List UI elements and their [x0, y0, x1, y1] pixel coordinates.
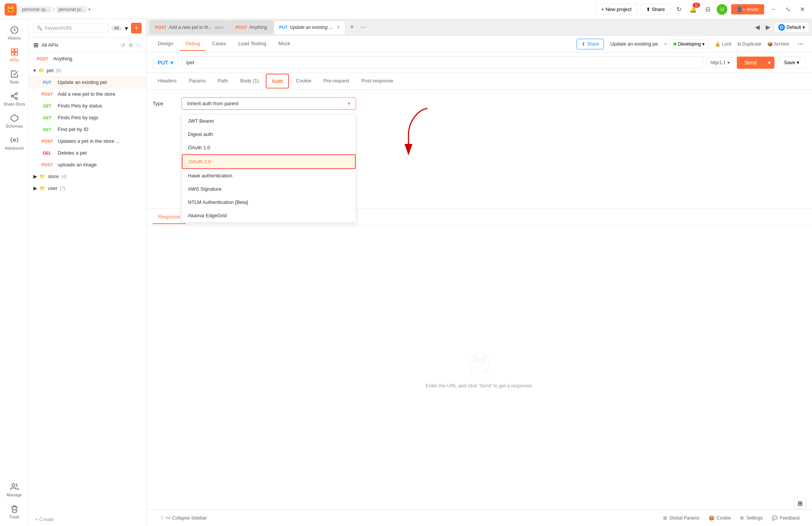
tab-add-button[interactable]: +: [347, 22, 357, 33]
refresh-small-icon[interactable]: ↺: [121, 42, 125, 48]
create-button[interactable]: + Create: [29, 513, 146, 526]
subtab-mock[interactable]: Mock: [273, 37, 295, 51]
api-item-upload-image[interactable]: POST uploads an image: [29, 159, 146, 171]
api-item-delete-pet[interactable]: DEL Deletes a pet: [29, 147, 146, 159]
settings-req-icon[interactable]: ⋯: [795, 39, 806, 49]
global-params-button[interactable]: ⊞ Global Params: [659, 515, 704, 521]
method-select[interactable]: PUT ▾: [153, 57, 178, 68]
req-tab-body[interactable]: Body (1): [235, 74, 264, 88]
api-item-finds-status[interactable]: GET Finds Pets by status: [29, 100, 146, 112]
share-button[interactable]: ⬆ Share: [640, 4, 671, 15]
refresh-icon[interactable]: ↻: [673, 4, 684, 15]
duplicate-button[interactable]: ⧉ Duplicate: [738, 41, 761, 47]
minimize-button[interactable]: −: [768, 4, 779, 15]
api-panel-subheader: ⊞ All APIs ↺ ⚙ ⋯: [29, 38, 146, 53]
default-env-button[interactable]: D Default ▾: [774, 22, 809, 33]
avatar[interactable]: U: [717, 4, 727, 15]
more-icon[interactable]: ⋯: [136, 42, 142, 48]
url-input[interactable]: [181, 56, 703, 69]
breadcrumb-workspace[interactable]: personal sp...: [20, 6, 52, 13]
subtab-cases[interactable]: Cases: [207, 37, 232, 51]
subtab-load-testing[interactable]: Load Testing: [233, 37, 272, 51]
req-tab-headers[interactable]: Headers: [153, 74, 182, 88]
search-placeholder: Keyword/URL: [45, 25, 73, 31]
cookie-button[interactable]: 🍪 Cookie: [704, 515, 735, 521]
api-item-add-pet[interactable]: POST Add a new pet to the store: [29, 88, 146, 100]
breadcrumb-project[interactable]: personal pr...: [56, 6, 87, 13]
invite-button[interactable]: 👤+ Invite: [731, 4, 764, 14]
svg-rect-2: [14, 49, 17, 52]
req-tab-params[interactable]: Params: [183, 74, 211, 88]
req-tab-post-response[interactable]: Post-response: [356, 74, 399, 88]
archive-button[interactable]: 📦 Archive: [767, 41, 789, 47]
req-tab-cookie[interactable]: Cookie: [290, 74, 316, 88]
folder-pet[interactable]: ▾ 📁 pet (8): [29, 65, 146, 76]
breadcrumb-chevron[interactable]: ▾: [88, 7, 90, 11]
sidebar-item-history[interactable]: History: [0, 22, 28, 44]
tab-update-pet[interactable]: PUT Update an existing ... ✕: [274, 21, 346, 34]
tab-close-icon[interactable]: ✕: [336, 25, 340, 30]
dropdown-aws[interactable]: AWS Signature: [182, 182, 356, 196]
tab-add-pet[interactable]: POST Add a new pet to th... store: [150, 21, 229, 34]
folder-user[interactable]: ▶ 📁 user (7): [29, 182, 146, 194]
edit-title-btn[interactable]: ✏: [664, 41, 668, 47]
api-item-update-pet[interactable]: PUT Update an existing pet: [29, 76, 146, 88]
req-tab-pre-request[interactable]: Pre-request: [318, 74, 355, 88]
owl-icon: [464, 346, 495, 377]
notifications-icon[interactable]: 🔔 32: [688, 4, 698, 15]
subtab-design[interactable]: Design: [153, 37, 178, 51]
dropdown-oauth2[interactable]: OAuth 2.0: [182, 154, 356, 169]
dropdown-akamai[interactable]: Akamai EdgeGrid: [182, 209, 356, 222]
sidebar-item-trash[interactable]: Trash: [0, 501, 28, 523]
settings-icon[interactable]: ⊟: [702, 4, 713, 15]
type-select[interactable]: Inherit auth from parent ▾: [181, 97, 356, 110]
lock-button[interactable]: 🔒 Lock: [715, 41, 732, 47]
sidebar-item-advanced[interactable]: Advanced: [0, 132, 28, 154]
send-dropdown-icon[interactable]: ▾: [764, 57, 774, 69]
filter-all-badge[interactable]: All: [111, 25, 122, 31]
sidebar-item-tests[interactable]: Tests: [0, 66, 28, 88]
search-box[interactable]: 🔍 Keyword/URL: [33, 24, 108, 33]
sidebar-item-schemas[interactable]: Schemas: [0, 110, 28, 132]
http-version-select[interactable]: http/1.1 ▾: [706, 57, 734, 68]
maximize-button[interactable]: ⤡: [782, 4, 793, 15]
sidebar-item-manage[interactable]: Manage: [0, 479, 28, 501]
svg-point-18: [482, 358, 485, 361]
dropdown-jwt[interactable]: JWT Bearer: [182, 114, 356, 128]
dropdown-digest[interactable]: Digest auth: [182, 128, 356, 141]
sidebar: History APIs Tests Share Docs Schemas Ad…: [0, 19, 29, 526]
tab-more-button[interactable]: ⋯: [358, 22, 369, 33]
settings-small-icon[interactable]: ⚙: [128, 42, 133, 48]
req-tab-path[interactable]: Path: [213, 74, 233, 88]
api-item-updates-pet[interactable]: POST Updates a pet in the store ...: [29, 135, 146, 147]
tab-nav-right[interactable]: ▶: [763, 23, 773, 32]
settings-button[interactable]: ⚙ Settings: [735, 515, 767, 521]
feedback-button[interactable]: 💬 Feedback: [767, 515, 804, 521]
collapse-sidebar-button[interactable]: 《 << Collapse Sidebar: [154, 515, 211, 521]
add-api-button[interactable]: +: [131, 23, 142, 33]
red-arrow-annotation: [405, 105, 481, 158]
share-doc-button[interactable]: ⬆ Share: [577, 39, 604, 49]
new-project-button[interactable]: + New project: [596, 4, 637, 15]
subtab-debug[interactable]: Debug: [180, 37, 205, 51]
sidebar-item-apis[interactable]: APIs: [0, 44, 28, 66]
dropdown-oauth1[interactable]: OAuth 1.0: [182, 141, 356, 154]
dropdown-ntlm[interactable]: NTLM Authentication [Beta]: [182, 196, 356, 209]
tab-anything[interactable]: POST Anything: [230, 21, 273, 34]
close-button[interactable]: ✕: [797, 4, 807, 15]
save-button[interactable]: Save ▾: [777, 56, 806, 69]
resp-tab-response[interactable]: Response: [153, 210, 186, 224]
folder-store[interactable]: ▶ 📁 store (4): [29, 171, 146, 182]
method-badge-put: PUT: [39, 80, 55, 85]
expand-icon[interactable]: ⊞: [794, 497, 806, 509]
sidebar-item-share-docs[interactable]: Share Docs: [0, 88, 28, 110]
tab-nav-left[interactable]: ◀: [753, 23, 762, 32]
api-item-find-by-id[interactable]: GET Find pet by ID: [29, 123, 146, 135]
send-button[interactable]: Send ▾: [737, 57, 775, 69]
api-item-finds-tags[interactable]: GET Finds Pets by tags: [29, 112, 146, 123]
env-select[interactable]: Developing ▾: [669, 39, 709, 49]
api-item-anything[interactable]: POST Anything: [29, 53, 146, 65]
dropdown-hawk[interactable]: Hawk authentication: [182, 169, 356, 182]
req-tab-auth[interactable]: Auth: [266, 74, 289, 88]
filter-chevron[interactable]: ▾: [125, 25, 128, 32]
